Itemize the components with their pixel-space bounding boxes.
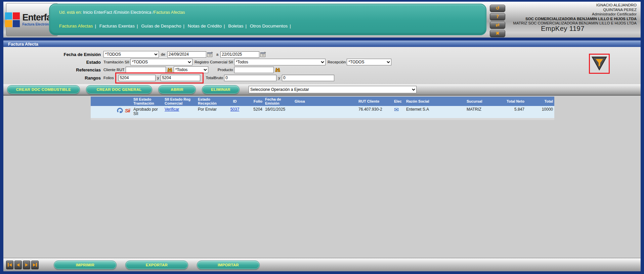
- cliente-rut-label: Cliente RUT: [103, 68, 125, 72]
- app-header: Enterfact Factura Electrónica Ud. está e…: [3, 2, 641, 38]
- y-label: y: [157, 76, 159, 80]
- cell-sii-estado-tramitacion: Aprobado por SII: [132, 106, 163, 118]
- verificar-link[interactable]: Verificar: [165, 107, 179, 112]
- sii-icon: Sii: [125, 108, 130, 113]
- cell-rut-cliente: 76.407.930-2: [357, 106, 393, 118]
- col-id[interactable]: ID: [224, 97, 246, 106]
- referencias-label: Referencias: [3, 67, 103, 72]
- operation-select[interactable]: Seleccione Operación a Ejecutar: [249, 86, 417, 93]
- recepcion-select[interactable]: *TODOS: [347, 59, 391, 65]
- user-name-line1: IGNACIO ALEJANDRO: [489, 3, 637, 8]
- breadcrumb: Ud. está en: Inicio EnterFact /Emisión E…: [59, 10, 185, 15]
- table-spacer-row: [91, 118, 554, 120]
- cell-glosa: [293, 106, 357, 118]
- col-folio[interactable]: Folio: [246, 97, 264, 106]
- imprimir-button[interactable]: IMPRIMIR: [54, 261, 116, 269]
- page-title: Factura Afecta: [3, 41, 641, 47]
- calendar-icon[interactable]: [260, 52, 266, 57]
- bruto-desde-input[interactable]: [224, 75, 276, 81]
- filter-row-estado: Estado Tramitación SII *TODOS Registro C…: [3, 58, 391, 66]
- fecha-desde-input[interactable]: [167, 51, 206, 58]
- cell-total: 10000: [526, 106, 554, 118]
- folios-annotation-box: y: [115, 72, 204, 84]
- tramitacion-sii-label: Tramitación SII: [103, 60, 129, 64]
- document-tabs: Facturas Afectas| Facturas Exentas| Guía…: [59, 23, 293, 29]
- col-fecha-emision[interactable]: Fecha de Emisión: [264, 97, 293, 106]
- col-glosa[interactable]: Glosa: [293, 97, 357, 106]
- col-sucursal[interactable]: Sucursal: [465, 97, 496, 106]
- tab-notas-credito[interactable]: Notas de Crédito: [188, 23, 222, 29]
- tab-otros-documentos[interactable]: Otros Documentos: [250, 23, 288, 29]
- user-role: Administrador Certificador: [489, 12, 637, 17]
- apply-filter-funnel-button[interactable]: [592, 56, 607, 71]
- abrir-button[interactable]: ABRIR: [159, 86, 196, 94]
- exportar-button[interactable]: EXPORTAR: [126, 261, 188, 269]
- col-elec[interactable]: Elec: [393, 97, 405, 106]
- binoculars-search-icon[interactable]: [167, 67, 173, 72]
- crear-doc-combustible-button[interactable]: CREAR DOC COMBUSTIBLE: [7, 86, 80, 94]
- documents-table: SII Estado Tramitación SII Estado Reg Co…: [91, 97, 554, 120]
- email-envelope-icon[interactable]: ✉: [394, 106, 399, 113]
- empkey: EmpKey 1197: [489, 26, 637, 31]
- col-rut-cliente[interactable]: RUT Cliente: [357, 97, 393, 106]
- table-row: Sii Aprobado por SII Verificar Por Envia…: [91, 106, 554, 118]
- importar-button[interactable]: IMPORTAR: [197, 261, 259, 269]
- col-estado-recepcion[interactable]: Estado Recepción: [197, 97, 224, 106]
- crear-doc-general-button[interactable]: CREAR DOC GENERAL: [86, 86, 152, 94]
- eliminar-button[interactable]: ELIMINAR: [202, 86, 239, 94]
- last-page-icon[interactable]: [31, 261, 39, 269]
- tab-guias-despacho[interactable]: Guías de Despacho: [141, 23, 181, 29]
- filter-row-fecha: Fecha de Emisión *TODOS de a: [3, 51, 267, 58]
- filter-annotation-box: [589, 54, 610, 74]
- bruto-hasta-input[interactable]: [282, 75, 334, 81]
- tramitacion-sii-select[interactable]: *TODOS: [130, 59, 192, 65]
- pagination-controls: [6, 261, 39, 269]
- binoculars-search-icon[interactable]: [275, 67, 281, 72]
- estado-label: Estado: [3, 60, 103, 65]
- user-panel: IGNACIO ALEJANDRO QUINTANA PEREZ Adminis…: [489, 3, 637, 31]
- de-label: de: [161, 52, 165, 56]
- col-total[interactable]: Total: [526, 97, 554, 106]
- filter-row-rangos: Rangos Folios y TotalBruto y: [3, 72, 334, 83]
- rangos-label: Rangos: [3, 75, 103, 80]
- a-label: a: [216, 52, 218, 56]
- breadcrumb-path: Inicio EnterFact /Emisión Electrónica /: [82, 10, 154, 15]
- tab-facturas-exentas[interactable]: Facturas Exentas: [99, 23, 135, 29]
- tab-facturas-afectas[interactable]: Facturas Afectas: [59, 23, 93, 29]
- fecha-hasta-input[interactable]: [220, 51, 259, 58]
- company-name: SOC COMERCIALIZADORA BENJAMIN LILLO E HI…: [489, 17, 637, 21]
- tab-boletas[interactable]: Boletas: [228, 23, 243, 29]
- close-icon[interactable]: ✖: [490, 30, 505, 37]
- nav-panel: Ud. está en: Inicio EnterFact /Emisión E…: [49, 4, 486, 35]
- previous-page-icon[interactable]: [14, 261, 22, 269]
- col-icons: [91, 97, 132, 106]
- cell-fecha-emision: 16/01/2025: [264, 106, 293, 118]
- footer-toolbar: IMPRIMIR EXPORTAR IMPORTAR: [3, 258, 641, 271]
- col-sii-estado-reg-comercial[interactable]: SII Estado Reg Comercial: [163, 97, 197, 106]
- folios-label: Folios: [103, 76, 114, 80]
- col-sii-estado-tramitacion[interactable]: SII Estado Tramitación: [132, 97, 163, 106]
- registro-comercial-label: Registro Comercial SII: [195, 60, 233, 64]
- cell-sucursal: MATRIZ: [465, 106, 496, 118]
- col-total-neto[interactable]: Total Neto: [496, 97, 526, 106]
- folio-desde-input[interactable]: [119, 75, 156, 81]
- first-page-icon[interactable]: [6, 261, 13, 269]
- fecha-emision-label: Fecha de Emisión: [3, 52, 103, 57]
- document-id-link[interactable]: 5037: [230, 107, 240, 112]
- fecha-select[interactable]: *TODOS: [103, 51, 159, 58]
- col-razon-social[interactable]: Razón Social: [405, 97, 465, 106]
- action-toolbar: CREAR DOC COMBUSTIBLE CREAR DOC GENERAL …: [3, 84, 641, 96]
- registro-comercial-select[interactable]: *Todos: [234, 59, 326, 65]
- cell-folio: 5204: [246, 106, 264, 118]
- folio-hasta-input[interactable]: [161, 75, 200, 81]
- breadcrumb-prefix: Ud. está en:: [59, 10, 82, 15]
- resend-icon[interactable]: [117, 107, 124, 114]
- filter-panel: Fecha de Emisión *TODOS de a Estado Tram…: [3, 47, 641, 84]
- breadcrumb-current[interactable]: Facturas Afectas: [154, 10, 185, 15]
- calendar-icon[interactable]: [207, 52, 213, 57]
- cell-total-neto: 5.847: [496, 106, 526, 118]
- results-area: SII Estado Tramitación SII Estado Reg Co…: [3, 96, 641, 259]
- next-page-icon[interactable]: [23, 261, 30, 269]
- table-header-row: SII Estado Tramitación SII Estado Reg Co…: [91, 97, 554, 106]
- producto-input[interactable]: [234, 67, 274, 73]
